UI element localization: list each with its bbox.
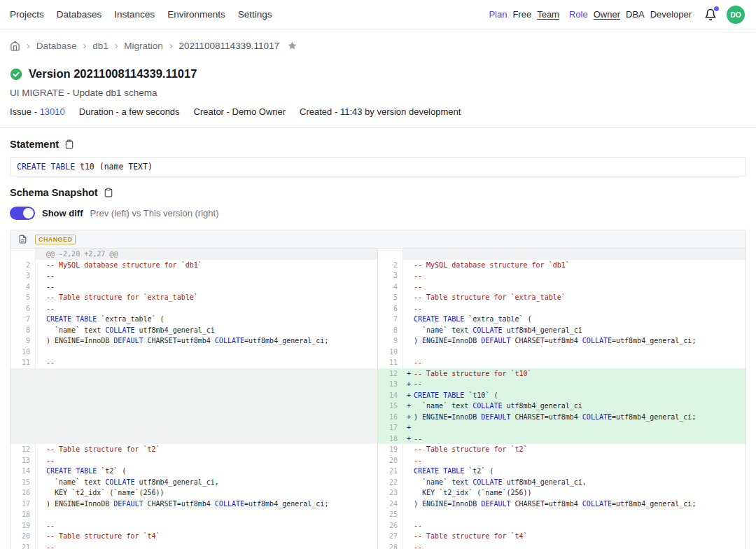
line-number: 20 (10, 531, 36, 542)
diff-code: CREATE TABLE `extra_table` ( (46, 314, 377, 325)
line-number: 4 (378, 282, 403, 293)
line-number: 15 (378, 401, 403, 412)
bell-icon[interactable] (704, 8, 717, 21)
notification-dot (714, 6, 719, 11)
nav-item-databases[interactable]: Databases (57, 9, 102, 20)
line-number: 8 (378, 325, 403, 336)
nav-item-instances[interactable]: Instances (114, 9, 155, 20)
diff-line: 14CREATE TABLE `t2` ( (10, 466, 377, 477)
diff-line: 20-- Table structure for `t4` (10, 531, 377, 542)
copy-schema-icon[interactable] (104, 188, 113, 197)
line-number: 19 (378, 444, 403, 455)
page-title: Version 20211008114339.11017 (29, 67, 197, 81)
line-number: 18 (10, 509, 36, 520)
statement-section: Statement CREATE TABLE t10 (name TEXT) (0, 128, 756, 176)
breadcrumb: ›Database›db1›Migration›20211008114339.1… (0, 29, 756, 62)
diff-prefix: + (403, 401, 414, 412)
plan-label: Plan (489, 9, 507, 20)
line-number: 7 (10, 314, 36, 325)
diff-line: 11-- (10, 357, 377, 368)
diff-prefix: + (403, 433, 414, 445)
line-number: 3 (10, 270, 36, 282)
line-number: 13 (10, 455, 36, 466)
diff-code: -- (414, 303, 746, 314)
diff-prefix (403, 455, 414, 466)
nav-item-projects[interactable]: Projects (10, 9, 44, 20)
diff-code: CREATE TABLE `t2` ( (46, 466, 377, 477)
diff-prefix (403, 520, 414, 531)
diff-code: -- Table structure for `extra_table` (46, 292, 377, 303)
diff-code: @@ -2,20 +2,27 @@ (46, 249, 377, 260)
schema-snapshot-heading-row: Schema Snapshot (0, 176, 756, 205)
diff-code: ) ENGINE=InnoDB DEFAULT CHARSET=utf8mb4 … (46, 335, 377, 347)
diff-line: 22 `name` text COLLATE utf8mb4_general_c… (378, 477, 746, 488)
statement-heading: Statement (10, 139, 59, 150)
line-number: 16 (10, 487, 36, 499)
diff-body: @@ -2,20 +2,27 @@2-- MySQL database stru… (10, 249, 746, 549)
diff-line: 12-- Table structure for `t2` (10, 444, 377, 455)
diff-prefix (36, 292, 46, 303)
avatar[interactable]: DO (727, 6, 745, 24)
favorite-star-icon[interactable] (287, 41, 298, 51)
diff-prefix (36, 466, 46, 477)
diff-code: -- (414, 270, 746, 282)
line-number: 22 (378, 477, 403, 488)
breadcrumb-item[interactable]: Migration (124, 41, 163, 51)
diff-code: ) ENGINE=InnoDB DEFAULT CHARSET=utf8mb4 … (414, 335, 746, 347)
breadcrumb-item[interactable]: db1 (92, 41, 108, 51)
show-diff-toggle[interactable] (10, 207, 35, 220)
line-number: 18 (378, 433, 403, 445)
line-number: 27 (378, 531, 403, 542)
diff-prefix (36, 499, 46, 510)
diff-skip-block (10, 368, 377, 445)
diff-prefix (36, 260, 46, 271)
diff-code: -- (414, 379, 746, 390)
diff-line: 21-- (10, 542, 377, 549)
plan-option-free: Free (512, 9, 531, 20)
diff-prefix (403, 542, 414, 549)
diff-prefix (36, 477, 46, 488)
nav-item-settings[interactable]: Settings (238, 9, 272, 20)
diff-prefix (403, 357, 414, 368)
role-option-owner[interactable]: Owner (594, 9, 620, 20)
copy-statement-icon[interactable] (64, 139, 74, 149)
issue-link[interactable]: 13010 (40, 106, 65, 117)
diff-code: ) ENGINE=InnoDB DEFAULT CHARSET=utf8mb4 … (46, 499, 377, 510)
line-number (10, 249, 36, 260)
diff-code: -- (46, 542, 377, 549)
breadcrumb-item[interactable]: 20211008114339.11017 (179, 41, 279, 51)
diff-code: KEY `t2_idx` (`name`(256)) (46, 487, 377, 499)
diff-prefix (36, 509, 46, 520)
statement-heading-row: Statement (0, 128, 756, 157)
diff-prefix (36, 335, 46, 347)
diff-line: 9) ENGINE=InnoDB DEFAULT CHARSET=utf8mb4… (378, 335, 746, 347)
diff-code (414, 509, 746, 520)
diff-line: 12+-- Table structure for `t10` (378, 368, 746, 380)
line-number: 13 (378, 379, 403, 390)
line-number: 21 (378, 466, 403, 477)
line-number: 5 (378, 292, 403, 303)
changed-badge: CHANGED (35, 235, 76, 244)
diff-code: -- (414, 282, 746, 293)
breadcrumb-item[interactable]: Database (36, 41, 77, 51)
diff-code: -- Table structure for `t2` (414, 444, 746, 455)
line-number: 10 (378, 347, 403, 358)
diff-prefix (36, 487, 46, 499)
nav-item-environments[interactable]: Environments (167, 9, 225, 20)
diff-code: -- (414, 433, 746, 445)
diff-line: 2-- MySQL database structure for `db1` (10, 260, 377, 271)
line-number: 20 (378, 455, 403, 466)
diff-line: 14+CREATE TABLE `t10` ( (378, 390, 746, 401)
diff-line: 2-- MySQL database structure for `db1` (378, 260, 746, 271)
line-number: 17 (378, 422, 403, 433)
diff-prefix (36, 542, 46, 549)
line-number: 5 (10, 292, 36, 303)
diff-prefix (403, 249, 414, 260)
line-number: 7 (378, 314, 403, 325)
diff-prefix (403, 487, 414, 499)
diff-prefix: + (403, 390, 414, 401)
diff-code (46, 509, 377, 520)
home-icon[interactable] (10, 41, 20, 51)
plan-option-team[interactable]: Team (537, 9, 559, 20)
diff-prefix (36, 520, 46, 531)
